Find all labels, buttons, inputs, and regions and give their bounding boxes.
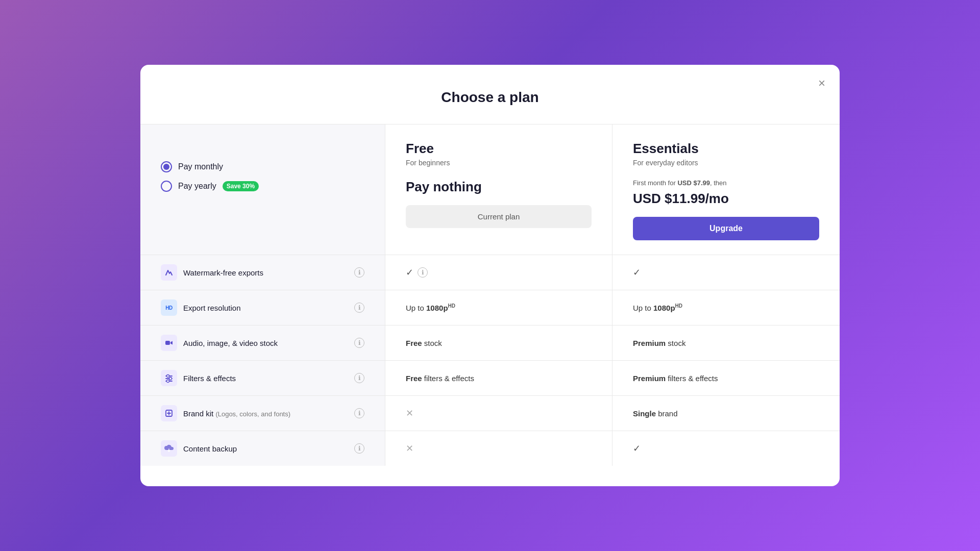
brandkit-free-value: ✕ xyxy=(385,395,612,431)
monthly-radio[interactable] xyxy=(161,161,172,172)
resolution-feature-left: HD Export resolution ℹ xyxy=(140,290,385,325)
brandkit-free-cross: ✕ xyxy=(406,408,413,419)
svg-point-9 xyxy=(167,380,169,383)
svg-point-5 xyxy=(167,375,169,378)
stock-essentials-value: Premium stock xyxy=(612,325,840,360)
price-note-bold: USD $7.99 xyxy=(677,179,710,187)
backup-feature-left: Content backup ℹ xyxy=(140,431,385,466)
watermark-essentials-value: ✓ xyxy=(612,255,840,290)
backup-free-cross: ✕ xyxy=(406,443,413,454)
plan-table: Pay monthly Pay yearly Save 30% Free For… xyxy=(140,124,840,466)
billing-options: Pay monthly Pay yearly Save 30% xyxy=(161,161,364,192)
watermark-free-check: ✓ xyxy=(406,267,413,278)
stock-free-value: Free stock xyxy=(385,325,612,360)
free-plan-price: Pay nothing xyxy=(406,179,592,195)
backup-essentials-check: ✓ xyxy=(633,443,641,454)
filters-free-text: Free filters & effects xyxy=(406,374,474,383)
free-plan-header: Free For beginners Pay nothing Current p… xyxy=(385,124,612,255)
essentials-plan-name: Essentials xyxy=(633,141,819,157)
brandkit-feature-name: Brand kit (Logos, colors, and fonts) xyxy=(183,409,290,418)
watermark-info-icon[interactable]: ℹ xyxy=(354,267,364,278)
resolution-essentials-text: Up to 1080pHD xyxy=(633,303,682,312)
brandkit-icon xyxy=(161,405,177,421)
brandkit-essentials-value: Single brand xyxy=(612,395,840,431)
hd-icon-text: HD xyxy=(165,305,172,311)
price-note-suffix: , then xyxy=(710,179,727,187)
resolution-free-text: Up to 1080pHD xyxy=(406,303,455,312)
backup-essentials-value: ✓ xyxy=(612,431,840,466)
watermark-free-info[interactable]: ℹ xyxy=(418,267,428,278)
essentials-plan-subtitle: For everyday editors xyxy=(633,159,819,167)
filters-essentials-value: Premium filters & effects xyxy=(612,360,840,395)
brandkit-info-icon[interactable]: ℹ xyxy=(354,408,364,418)
backup-free-value: ✕ xyxy=(385,431,612,466)
resolution-free-value: Up to 1080pHD xyxy=(385,290,612,325)
filters-icon xyxy=(161,370,177,386)
billing-options-panel: Pay monthly Pay yearly Save 30% xyxy=(140,124,385,255)
essentials-price-main: USD $11.99/mo xyxy=(633,191,819,207)
modal-title: Choose a plan xyxy=(140,89,840,106)
brandkit-essentials-text: Single brand xyxy=(633,409,678,418)
watermark-essentials-check: ✓ xyxy=(633,267,641,278)
filters-feature-left: Filters & effects ℹ xyxy=(140,360,385,395)
backup-icon xyxy=(161,440,177,457)
save-badge: Save 30% xyxy=(223,181,259,191)
monthly-label: Pay monthly xyxy=(178,162,223,171)
stock-feature-name: Audio, image, & video stock xyxy=(183,339,278,347)
brandkit-feature-left: Brand kit (Logos, colors, and fonts) ℹ xyxy=(140,395,385,431)
filters-free-value: Free filters & effects xyxy=(385,360,612,395)
price-note-prefix: First month for xyxy=(633,179,677,187)
filters-info-icon[interactable]: ℹ xyxy=(354,373,364,383)
watermark-free-value: ✓ ℹ xyxy=(385,255,612,290)
resolution-icon: HD xyxy=(161,299,177,316)
monthly-radio-fill xyxy=(163,164,169,170)
essentials-price-note: First month for USD $7.99, then xyxy=(633,179,819,187)
yearly-option[interactable]: Pay yearly Save 30% xyxy=(161,181,364,192)
close-button[interactable]: × xyxy=(816,75,827,91)
filters-essentials-text: Premium filters & effects xyxy=(633,374,718,383)
essentials-plan-cta[interactable]: Upgrade xyxy=(633,217,819,240)
free-plan-subtitle: For beginners xyxy=(406,159,592,167)
filters-feature-name: Filters & effects xyxy=(183,374,236,383)
svg-point-7 xyxy=(169,378,172,380)
watermark-icon xyxy=(161,264,177,281)
watermark-feature-name: Watermark-free exports xyxy=(183,268,263,277)
stock-free-text: Free stock xyxy=(406,339,442,347)
resolution-feature-name: Export resolution xyxy=(183,304,241,312)
stock-essentials-text: Premium stock xyxy=(633,339,685,347)
brandkit-sub: (Logos, colors, and fonts) xyxy=(215,410,290,418)
backup-info-icon[interactable]: ℹ xyxy=(354,443,364,454)
resolution-info-icon[interactable]: ℹ xyxy=(354,303,364,313)
monthly-option[interactable]: Pay monthly xyxy=(161,161,364,172)
free-plan-cta: Current plan xyxy=(406,205,592,228)
essentials-plan-header: Essentials For everyday editors First mo… xyxy=(612,124,840,255)
yearly-radio[interactable] xyxy=(161,181,172,192)
free-plan-name: Free xyxy=(406,141,592,157)
watermark-feature-left: Watermark-free exports ℹ xyxy=(140,255,385,290)
pricing-modal: Choose a plan × Pay monthly Pay yearly S… xyxy=(140,65,840,486)
backup-feature-name: Content backup xyxy=(183,444,237,453)
svg-rect-2 xyxy=(165,341,170,345)
stock-info-icon[interactable]: ℹ xyxy=(354,338,364,348)
yearly-label: Pay yearly xyxy=(178,182,216,191)
resolution-essentials-value: Up to 1080pHD xyxy=(612,290,840,325)
stock-feature-left: Audio, image, & video stock ℹ xyxy=(140,325,385,360)
stock-icon xyxy=(161,335,177,351)
